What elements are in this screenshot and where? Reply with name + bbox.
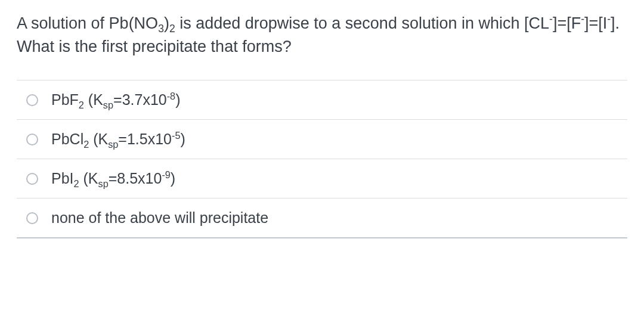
q-sub: 2 [169,23,175,35]
t: sp [103,100,113,110]
option-pbcl2[interactable]: PbCl2 (Ksp=1.5x10-5) [17,120,627,159]
t: none of the above will precipitate [51,209,268,226]
option-label: PbCl2 (Ksp=1.5x10-5) [51,131,185,148]
t: PbI [51,170,74,187]
q-part: ]=[I [584,14,607,32]
option-pbi2[interactable]: PbI2 (Ksp=8.5x10-9) [17,159,627,199]
t: =3.7x10 [113,91,167,108]
q-part: ]=[F [553,14,581,32]
option-none[interactable]: none of the above will precipitate [17,199,627,238]
t: (K [79,170,98,187]
radio-icon [26,212,38,224]
question-block: A solution of Pb(NO3)2 is added dropwise… [0,0,644,238]
option-label: PbF2 (Ksp=3.7x10-8) [51,91,180,108]
t: =1.5x10 [118,131,172,147]
q-part: A solution of Pb(NO [17,14,158,32]
t: ) [175,91,180,108]
t: =8.5x10 [109,170,162,187]
t: sp [108,139,118,150]
radio-icon [26,173,38,185]
t: 2 [74,178,79,189]
q-part: ) [164,14,169,32]
radio-icon [26,94,38,106]
option-label: PbI2 (Ksp=8.5x10-9) [51,170,175,187]
t: (K [84,91,103,108]
question-text: A solution of Pb(NO3)2 is added dropwise… [17,12,627,58]
q-sub: 3 [158,23,164,35]
t: PbF [51,91,79,108]
t: ) [180,131,185,147]
t: 2 [79,100,84,110]
t: -8 [167,91,175,101]
t: sp [98,178,109,189]
radio-icon [26,134,38,145]
t: (K [89,131,108,147]
option-pbf2[interactable]: PbF2 (Ksp=3.7x10-8) [17,80,627,120]
t: 2 [83,139,89,150]
q-part: is added dropwise to a second solution i… [175,14,549,32]
t: -9 [162,169,170,180]
options-list: PbF2 (Ksp=3.7x10-8) PbCl2 (Ksp=1.5x10-5)… [17,80,627,238]
t: ) [171,170,175,187]
t: PbCl [51,131,83,147]
option-label: none of the above will precipitate [51,209,268,227]
t: -5 [172,130,180,141]
